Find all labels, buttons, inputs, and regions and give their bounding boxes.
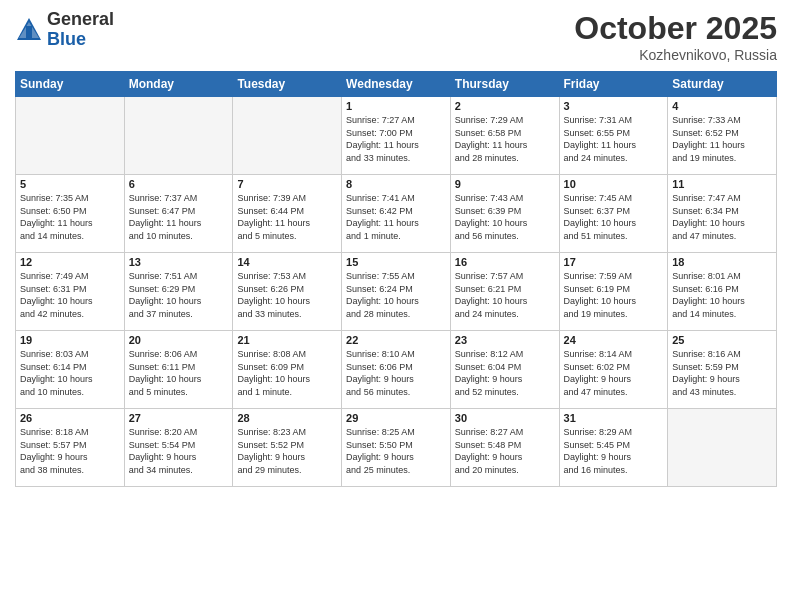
calendar-week-3: 12Sunrise: 7:49 AM Sunset: 6:31 PM Dayli… (16, 253, 777, 331)
day-number: 15 (346, 256, 446, 268)
calendar-cell-w4-d6: 24Sunrise: 8:14 AM Sunset: 6:02 PM Dayli… (559, 331, 668, 409)
header-saturday: Saturday (668, 72, 777, 97)
calendar-cell-w5-d1: 26Sunrise: 8:18 AM Sunset: 5:57 PM Dayli… (16, 409, 125, 487)
calendar-cell-w4-d2: 20Sunrise: 8:06 AM Sunset: 6:11 PM Dayli… (124, 331, 233, 409)
day-number: 21 (237, 334, 337, 346)
logo-text: General Blue (47, 10, 114, 50)
day-info: Sunrise: 7:41 AM Sunset: 6:42 PM Dayligh… (346, 192, 446, 242)
day-number: 19 (20, 334, 120, 346)
day-number: 9 (455, 178, 555, 190)
calendar-cell-w1-d7: 4Sunrise: 7:33 AM Sunset: 6:52 PM Daylig… (668, 97, 777, 175)
calendar-cell-w1-d4: 1Sunrise: 7:27 AM Sunset: 7:00 PM Daylig… (342, 97, 451, 175)
day-number: 30 (455, 412, 555, 424)
day-info: Sunrise: 8:12 AM Sunset: 6:04 PM Dayligh… (455, 348, 555, 398)
day-number: 3 (564, 100, 664, 112)
calendar-cell-w4-d7: 25Sunrise: 8:16 AM Sunset: 5:59 PM Dayli… (668, 331, 777, 409)
header: General Blue October 2025 Kozhevnikovo, … (15, 10, 777, 63)
calendar-cell-w3-d7: 18Sunrise: 8:01 AM Sunset: 6:16 PM Dayli… (668, 253, 777, 331)
day-info: Sunrise: 8:23 AM Sunset: 5:52 PM Dayligh… (237, 426, 337, 476)
calendar-cell-w5-d6: 31Sunrise: 8:29 AM Sunset: 5:45 PM Dayli… (559, 409, 668, 487)
calendar-cell-w1-d2 (124, 97, 233, 175)
day-number: 14 (237, 256, 337, 268)
day-number: 17 (564, 256, 664, 268)
calendar-cell-w4-d1: 19Sunrise: 8:03 AM Sunset: 6:14 PM Dayli… (16, 331, 125, 409)
day-number: 20 (129, 334, 229, 346)
day-number: 10 (564, 178, 664, 190)
day-info: Sunrise: 8:14 AM Sunset: 6:02 PM Dayligh… (564, 348, 664, 398)
calendar-cell-w4-d5: 23Sunrise: 8:12 AM Sunset: 6:04 PM Dayli… (450, 331, 559, 409)
day-number: 26 (20, 412, 120, 424)
day-info: Sunrise: 7:45 AM Sunset: 6:37 PM Dayligh… (564, 192, 664, 242)
calendar-cell-w3-d6: 17Sunrise: 7:59 AM Sunset: 6:19 PM Dayli… (559, 253, 668, 331)
calendar-cell-w5-d3: 28Sunrise: 8:23 AM Sunset: 5:52 PM Dayli… (233, 409, 342, 487)
day-info: Sunrise: 7:47 AM Sunset: 6:34 PM Dayligh… (672, 192, 772, 242)
title-area: October 2025 Kozhevnikovo, Russia (574, 10, 777, 63)
calendar-week-1: 1Sunrise: 7:27 AM Sunset: 7:00 PM Daylig… (16, 97, 777, 175)
header-sunday: Sunday (16, 72, 125, 97)
day-info: Sunrise: 8:03 AM Sunset: 6:14 PM Dayligh… (20, 348, 120, 398)
calendar-cell-w5-d2: 27Sunrise: 8:20 AM Sunset: 5:54 PM Dayli… (124, 409, 233, 487)
calendar-cell-w5-d5: 30Sunrise: 8:27 AM Sunset: 5:48 PM Dayli… (450, 409, 559, 487)
day-number: 4 (672, 100, 772, 112)
day-number: 2 (455, 100, 555, 112)
calendar-cell-w1-d5: 2Sunrise: 7:29 AM Sunset: 6:58 PM Daylig… (450, 97, 559, 175)
calendar-cell-w2-d3: 7Sunrise: 7:39 AM Sunset: 6:44 PM Daylig… (233, 175, 342, 253)
day-info: Sunrise: 8:10 AM Sunset: 6:06 PM Dayligh… (346, 348, 446, 398)
day-info: Sunrise: 7:27 AM Sunset: 7:00 PM Dayligh… (346, 114, 446, 164)
day-info: Sunrise: 8:06 AM Sunset: 6:11 PM Dayligh… (129, 348, 229, 398)
day-info: Sunrise: 7:53 AM Sunset: 6:26 PM Dayligh… (237, 270, 337, 320)
header-monday: Monday (124, 72, 233, 97)
calendar-header-row: Sunday Monday Tuesday Wednesday Thursday… (16, 72, 777, 97)
day-number: 16 (455, 256, 555, 268)
logo-blue-text: Blue (47, 30, 114, 50)
calendar-week-4: 19Sunrise: 8:03 AM Sunset: 6:14 PM Dayli… (16, 331, 777, 409)
calendar-cell-w1-d1 (16, 97, 125, 175)
calendar-cell-w4-d4: 22Sunrise: 8:10 AM Sunset: 6:06 PM Dayli… (342, 331, 451, 409)
calendar-cell-w3-d3: 14Sunrise: 7:53 AM Sunset: 6:26 PM Dayli… (233, 253, 342, 331)
month-title: October 2025 (574, 10, 777, 47)
calendar-cell-w2-d2: 6Sunrise: 7:37 AM Sunset: 6:47 PM Daylig… (124, 175, 233, 253)
calendar-cell-w4-d3: 21Sunrise: 8:08 AM Sunset: 6:09 PM Dayli… (233, 331, 342, 409)
day-info: Sunrise: 7:29 AM Sunset: 6:58 PM Dayligh… (455, 114, 555, 164)
day-number: 7 (237, 178, 337, 190)
day-info: Sunrise: 8:18 AM Sunset: 5:57 PM Dayligh… (20, 426, 120, 476)
day-number: 22 (346, 334, 446, 346)
day-info: Sunrise: 7:51 AM Sunset: 6:29 PM Dayligh… (129, 270, 229, 320)
logo: General Blue (15, 10, 114, 50)
header-wednesday: Wednesday (342, 72, 451, 97)
calendar-week-2: 5Sunrise: 7:35 AM Sunset: 6:50 PM Daylig… (16, 175, 777, 253)
day-info: Sunrise: 8:29 AM Sunset: 5:45 PM Dayligh… (564, 426, 664, 476)
day-info: Sunrise: 7:35 AM Sunset: 6:50 PM Dayligh… (20, 192, 120, 242)
calendar-cell-w2-d1: 5Sunrise: 7:35 AM Sunset: 6:50 PM Daylig… (16, 175, 125, 253)
day-number: 24 (564, 334, 664, 346)
day-number: 29 (346, 412, 446, 424)
day-number: 23 (455, 334, 555, 346)
day-info: Sunrise: 8:20 AM Sunset: 5:54 PM Dayligh… (129, 426, 229, 476)
day-info: Sunrise: 7:43 AM Sunset: 6:39 PM Dayligh… (455, 192, 555, 242)
day-number: 6 (129, 178, 229, 190)
day-number: 31 (564, 412, 664, 424)
day-info: Sunrise: 7:49 AM Sunset: 6:31 PM Dayligh… (20, 270, 120, 320)
header-tuesday: Tuesday (233, 72, 342, 97)
day-number: 1 (346, 100, 446, 112)
location: Kozhevnikovo, Russia (574, 47, 777, 63)
day-number: 5 (20, 178, 120, 190)
day-info: Sunrise: 7:57 AM Sunset: 6:21 PM Dayligh… (455, 270, 555, 320)
calendar-cell-w3-d2: 13Sunrise: 7:51 AM Sunset: 6:29 PM Dayli… (124, 253, 233, 331)
calendar-cell-w3-d1: 12Sunrise: 7:49 AM Sunset: 6:31 PM Dayli… (16, 253, 125, 331)
day-number: 18 (672, 256, 772, 268)
day-info: Sunrise: 7:33 AM Sunset: 6:52 PM Dayligh… (672, 114, 772, 164)
day-number: 12 (20, 256, 120, 268)
day-number: 25 (672, 334, 772, 346)
calendar-cell-w5-d4: 29Sunrise: 8:25 AM Sunset: 5:50 PM Dayli… (342, 409, 451, 487)
day-number: 28 (237, 412, 337, 424)
logo-general-text: General (47, 10, 114, 30)
calendar-cell-w3-d5: 16Sunrise: 7:57 AM Sunset: 6:21 PM Dayli… (450, 253, 559, 331)
calendar-table: Sunday Monday Tuesday Wednesday Thursday… (15, 71, 777, 487)
page: General Blue October 2025 Kozhevnikovo, … (0, 0, 792, 612)
day-number: 11 (672, 178, 772, 190)
day-number: 13 (129, 256, 229, 268)
calendar-cell-w2-d4: 8Sunrise: 7:41 AM Sunset: 6:42 PM Daylig… (342, 175, 451, 253)
calendar-week-5: 26Sunrise: 8:18 AM Sunset: 5:57 PM Dayli… (16, 409, 777, 487)
day-info: Sunrise: 8:08 AM Sunset: 6:09 PM Dayligh… (237, 348, 337, 398)
